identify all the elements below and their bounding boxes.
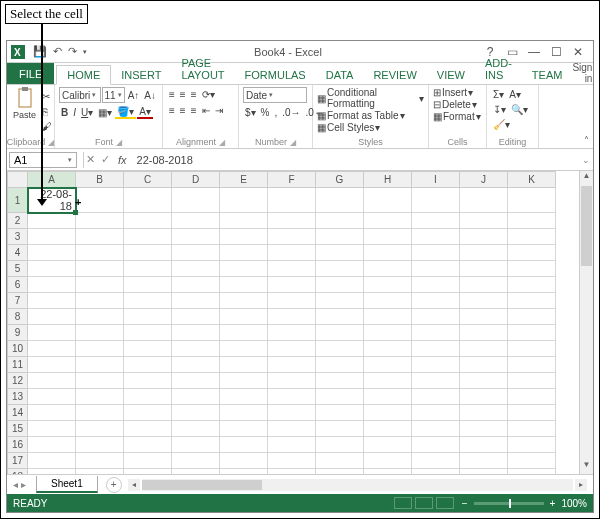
cell-D11[interactable] bbox=[172, 357, 220, 373]
cell-C1[interactable] bbox=[124, 188, 172, 213]
cell-E15[interactable] bbox=[220, 421, 268, 437]
cell-E11[interactable] bbox=[220, 357, 268, 373]
zoom-out-button[interactable]: − bbox=[462, 498, 468, 509]
cell-J12[interactable] bbox=[460, 373, 508, 389]
cell-J8[interactable] bbox=[460, 309, 508, 325]
cell-J15[interactable] bbox=[460, 421, 508, 437]
cell-K7[interactable] bbox=[508, 293, 556, 309]
cell-A9[interactable] bbox=[28, 325, 76, 341]
cell-I5[interactable] bbox=[412, 261, 460, 277]
cell-G18[interactable] bbox=[316, 469, 364, 475]
undo-icon[interactable]: ↶ bbox=[53, 45, 62, 58]
cell-I7[interactable] bbox=[412, 293, 460, 309]
expand-formula-bar-icon[interactable]: ⌄ bbox=[579, 155, 593, 165]
tab-review[interactable]: REVIEW bbox=[363, 66, 426, 84]
paste-button[interactable]: Paste bbox=[11, 87, 38, 136]
collapse-ribbon-icon[interactable]: ˄ bbox=[584, 135, 589, 146]
orientation-icon[interactable]: ⟳▾ bbox=[200, 87, 217, 101]
cell-D14[interactable] bbox=[172, 405, 220, 421]
number-format-selector[interactable]: Date▾ bbox=[243, 87, 307, 103]
row-header-6[interactable]: 6 bbox=[8, 277, 28, 293]
clear-icon[interactable]: 🧹▾ bbox=[491, 117, 512, 131]
tab-page-layout[interactable]: PAGE LAYOUT bbox=[171, 54, 234, 84]
row-header-3[interactable]: 3 bbox=[8, 229, 28, 245]
zoom-level[interactable]: 100% bbox=[561, 498, 587, 509]
cell-J5[interactable] bbox=[460, 261, 508, 277]
cell-B4[interactable] bbox=[76, 245, 124, 261]
border-button[interactable]: ▦▾ bbox=[96, 105, 114, 119]
cell-E17[interactable] bbox=[220, 453, 268, 469]
vscroll-thumb[interactable] bbox=[581, 186, 592, 266]
row-header-16[interactable]: 16 bbox=[8, 437, 28, 453]
cell-B14[interactable] bbox=[76, 405, 124, 421]
col-header-E[interactable]: E bbox=[220, 172, 268, 188]
page-break-view-icon[interactable] bbox=[436, 497, 454, 509]
cell-D13[interactable] bbox=[172, 389, 220, 405]
row-header-5[interactable]: 5 bbox=[8, 261, 28, 277]
cell-I3[interactable] bbox=[412, 229, 460, 245]
select-all-corner[interactable] bbox=[8, 172, 28, 188]
delete-cells-button[interactable]: ⊟ Delete ▾ bbox=[433, 99, 482, 110]
cell-A4[interactable] bbox=[28, 245, 76, 261]
indent-decrease-icon[interactable]: ⇤ bbox=[200, 103, 212, 117]
cell-A2[interactable] bbox=[28, 213, 76, 229]
font-size-selector[interactable]: 11▾ bbox=[102, 87, 125, 103]
cell-A11[interactable] bbox=[28, 357, 76, 373]
cell-F5[interactable] bbox=[268, 261, 316, 277]
cell-A1[interactable]: 22-08-18 bbox=[28, 188, 76, 213]
align-middle-icon[interactable]: ≡ bbox=[178, 87, 188, 101]
cell-C14[interactable] bbox=[124, 405, 172, 421]
cell-F4[interactable] bbox=[268, 245, 316, 261]
cell-K1[interactable] bbox=[508, 188, 556, 213]
scroll-up-icon[interactable]: ▲ bbox=[580, 171, 593, 185]
cell-I9[interactable] bbox=[412, 325, 460, 341]
cell-G7[interactable] bbox=[316, 293, 364, 309]
accounting-format-icon[interactable]: $▾ bbox=[243, 105, 258, 119]
sheet-next-icon[interactable]: ▸ bbox=[21, 479, 26, 490]
cell-H1[interactable] bbox=[364, 188, 412, 213]
row-header-14[interactable]: 14 bbox=[8, 405, 28, 421]
cell-H2[interactable] bbox=[364, 213, 412, 229]
font-name-selector[interactable]: Calibri▾ bbox=[59, 87, 101, 103]
save-icon[interactable]: 💾 bbox=[33, 45, 47, 58]
decrease-font-icon[interactable]: A↓ bbox=[142, 88, 158, 102]
tab-file[interactable]: FILE bbox=[7, 63, 54, 84]
cell-B7[interactable] bbox=[76, 293, 124, 309]
cell-K11[interactable] bbox=[508, 357, 556, 373]
cell-E6[interactable] bbox=[220, 277, 268, 293]
row-header-2[interactable]: 2 bbox=[8, 213, 28, 229]
cell-A5[interactable] bbox=[28, 261, 76, 277]
sort-filter-icon[interactable]: A▾ bbox=[507, 87, 523, 101]
cell-F8[interactable] bbox=[268, 309, 316, 325]
cell-F14[interactable] bbox=[268, 405, 316, 421]
cell-J6[interactable] bbox=[460, 277, 508, 293]
cell-A15[interactable] bbox=[28, 421, 76, 437]
cell-J2[interactable] bbox=[460, 213, 508, 229]
cell-D4[interactable] bbox=[172, 245, 220, 261]
vertical-scrollbar[interactable]: ▲ ▼ bbox=[579, 171, 593, 474]
italic-button[interactable]: I bbox=[71, 105, 78, 119]
cell-B17[interactable] bbox=[76, 453, 124, 469]
row-header-12[interactable]: 12 bbox=[8, 373, 28, 389]
tab-view[interactable]: VIEW bbox=[427, 66, 475, 84]
cell-F9[interactable] bbox=[268, 325, 316, 341]
cell-A13[interactable] bbox=[28, 389, 76, 405]
cell-D6[interactable] bbox=[172, 277, 220, 293]
comma-format-icon[interactable]: , bbox=[272, 105, 279, 119]
cell-K8[interactable] bbox=[508, 309, 556, 325]
cell-A8[interactable] bbox=[28, 309, 76, 325]
cell-C18[interactable] bbox=[124, 469, 172, 475]
page-layout-view-icon[interactable] bbox=[415, 497, 433, 509]
hscroll-track[interactable] bbox=[142, 479, 573, 491]
cell-F2[interactable] bbox=[268, 213, 316, 229]
cell-E9[interactable] bbox=[220, 325, 268, 341]
cell-J7[interactable] bbox=[460, 293, 508, 309]
cell-K13[interactable] bbox=[508, 389, 556, 405]
increase-font-icon[interactable]: A↑ bbox=[126, 88, 142, 102]
cell-F1[interactable] bbox=[268, 188, 316, 213]
row-header-11[interactable]: 11 bbox=[8, 357, 28, 373]
cell-H12[interactable] bbox=[364, 373, 412, 389]
tab-data[interactable]: DATA bbox=[316, 66, 364, 84]
cell-H15[interactable] bbox=[364, 421, 412, 437]
cell-B6[interactable] bbox=[76, 277, 124, 293]
